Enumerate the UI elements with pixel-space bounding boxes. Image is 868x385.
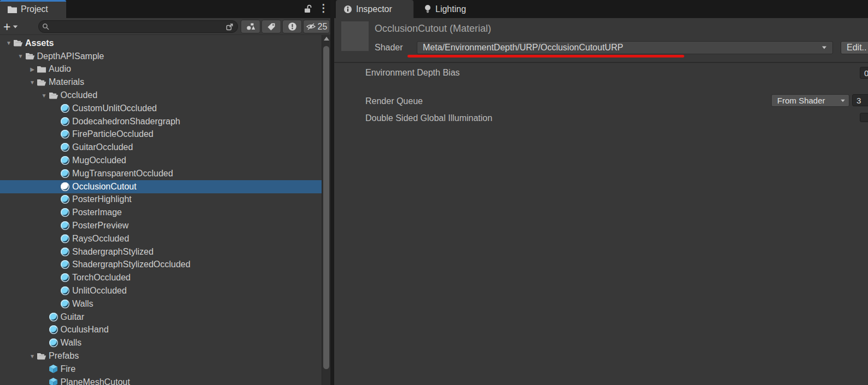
material-sphere-icon xyxy=(60,247,70,256)
material-sphere-icon xyxy=(60,208,70,217)
material-sphere-icon xyxy=(49,312,59,321)
panel-divider[interactable] xyxy=(330,0,334,385)
search-input[interactable] xyxy=(49,22,225,31)
material-preview-thumbnail[interactable] xyxy=(341,21,369,51)
vertical-scrollbar[interactable] xyxy=(322,35,330,385)
property-label-double-sided-gi: Double Sided Global Illumination xyxy=(365,113,492,123)
open-search-window-icon[interactable] xyxy=(225,22,234,31)
tree-item-label: CustomUnlitOccluded xyxy=(72,104,157,113)
tree-item-label: Occluded xyxy=(61,90,98,100)
tree-item-label: MugTransparentOccluded xyxy=(72,169,173,179)
prefab-cube-icon xyxy=(49,364,59,373)
folder-open-icon xyxy=(13,38,23,48)
tree-item-customunlitoccluded[interactable]: CustomUnlitOccluded xyxy=(0,102,322,115)
tree-item-fireparticleoccluded[interactable]: FireParticleOccluded xyxy=(0,128,322,141)
shader-dropdown[interactable]: Meta/EnvironmentDepth/URP/OcclusionCutou… xyxy=(417,41,833,54)
import-log-button[interactable] xyxy=(282,20,302,33)
hidden-items-toggle[interactable]: 25 xyxy=(303,20,330,33)
tree-item-occlusioncutout[interactable]: OcclusionCutout xyxy=(0,180,322,193)
tab-project[interactable]: Project xyxy=(0,0,66,18)
tree-item-dodecahedronshadergraph[interactable]: DodecahedronShadergraph xyxy=(0,115,322,128)
eye-slash-icon xyxy=(306,22,316,31)
disclosure-triangle-icon[interactable]: ▼ xyxy=(16,53,25,59)
tree-item-fire[interactable]: Fire xyxy=(0,363,322,376)
disclosure-triangle-icon[interactable]: ▼ xyxy=(4,40,13,46)
tree-item-label: UnlitOccluded xyxy=(72,286,127,296)
folder-open-icon xyxy=(37,78,46,87)
environment-depth-bias-field[interactable]: 0 xyxy=(860,67,868,79)
tree-item-label: Materials xyxy=(49,77,84,87)
tree-item-label: PosterHighlight xyxy=(72,194,132,204)
chevron-down-icon xyxy=(13,25,18,28)
bulb-icon xyxy=(424,4,432,14)
render-queue-field[interactable]: 3 xyxy=(852,94,868,106)
search-by-label-button[interactable] xyxy=(261,20,281,33)
scroll-up-icon[interactable] xyxy=(324,37,329,41)
tree-item-torchoccluded[interactable]: TorchOccluded xyxy=(0,271,322,284)
tree-item-mugoccluded[interactable]: MugOccluded xyxy=(0,154,322,167)
tree-item-label: Assets xyxy=(25,38,54,48)
tree-item-shadergraphstylizedoccluded[interactable]: ShadergraphStylizedOccluded xyxy=(0,258,322,272)
lock-icon[interactable] xyxy=(302,4,313,14)
tree-item-shadergraphstylized[interactable]: ShadergraphStylized xyxy=(0,245,322,258)
disclosure-triangle-icon[interactable]: ▼ xyxy=(28,79,37,85)
material-sphere-icon xyxy=(60,104,70,113)
tree-item-posterpreview[interactable]: PosterPreview xyxy=(0,219,322,232)
material-sphere-icon xyxy=(60,117,70,126)
tree-item-assets[interactable]: ▼Assets xyxy=(0,37,322,50)
tree-item-walls[interactable]: Walls xyxy=(0,336,322,349)
tree-item-label: DodecahedronShadergraph xyxy=(72,117,180,127)
material-sphere-icon xyxy=(60,169,70,178)
tab-lighting-label: Lighting xyxy=(435,4,466,14)
edit-shader-button[interactable]: Edit.. xyxy=(841,41,868,54)
search-by-type-button[interactable] xyxy=(241,20,260,33)
tree-item-label: Audio xyxy=(49,64,71,74)
tree-item-walls[interactable]: Walls xyxy=(0,297,322,311)
tree-item-label: PosterImage xyxy=(72,208,122,217)
material-sphere-icon xyxy=(60,156,70,165)
material-sphere-icon xyxy=(60,299,70,308)
material-sphere-icon xyxy=(60,221,70,231)
material-sphere-icon xyxy=(60,234,70,243)
project-toolbar: + xyxy=(0,18,330,35)
tree-item-raysoccluded[interactable]: RaysOccluded xyxy=(0,232,322,245)
exclamation-icon xyxy=(288,22,297,31)
tree-item-guitar[interactable]: Guitar xyxy=(0,311,322,324)
label-tag-icon xyxy=(267,22,276,31)
folder-tab-icon xyxy=(8,5,17,13)
search-icon xyxy=(42,23,49,30)
shader-dropdown-value: Meta/EnvironmentDepth/URP/OcclusionCutou… xyxy=(423,43,623,53)
tree-item-mugtransparentoccluded[interactable]: MugTransparentOccluded xyxy=(0,167,322,180)
tree-item-occluded[interactable]: ▼Occluded xyxy=(0,89,322,102)
tab-lighting[interactable]: Lighting xyxy=(416,0,474,18)
tree-item-prefabs[interactable]: ▼Prefabs xyxy=(0,349,322,363)
tree-item-planemeshcutout[interactable]: PlaneMeshCutout xyxy=(0,376,322,385)
tree-item-oculushand[interactable]: OculusHand xyxy=(0,324,322,337)
tree-item-label: OculusHand xyxy=(61,325,109,335)
tree-item-unlitoccluded[interactable]: UnlitOccluded xyxy=(0,284,322,297)
tree-item-posterhighlight[interactable]: PosterHighlight xyxy=(0,193,322,206)
tree-item-label: Fire xyxy=(61,364,76,374)
tree-item-posterimage[interactable]: PosterImage xyxy=(0,206,322,219)
tree-item-label: DepthAPISample xyxy=(37,51,104,61)
scrollbar-thumb[interactable] xyxy=(323,46,329,369)
material-sphere-icon xyxy=(60,286,70,296)
double-sided-gi-checkbox[interactable] xyxy=(860,113,868,122)
tree-item-audio[interactable]: ▶Audio xyxy=(0,63,322,76)
tree-item-depthapisample[interactable]: ▼DepthAPISample xyxy=(0,50,322,63)
material-sphere-icon xyxy=(60,130,70,139)
tree-item-guitaroccluded[interactable]: GuitarOccluded xyxy=(0,141,322,154)
hidden-count: 25 xyxy=(318,22,328,32)
kebab-menu-icon[interactable]: ⋮ xyxy=(318,2,329,14)
material-sphere-icon xyxy=(60,195,70,204)
tab-project-label: Project xyxy=(21,4,48,14)
tab-inspector[interactable]: Inspector xyxy=(336,0,413,18)
tree-item-materials[interactable]: ▼Materials xyxy=(0,76,322,89)
render-queue-dropdown[interactable]: From Shader xyxy=(771,94,849,107)
search-field[interactable] xyxy=(38,20,238,33)
disclosure-triangle-icon[interactable]: ▼ xyxy=(28,353,37,359)
disclosure-triangle-icon[interactable]: ▶ xyxy=(28,66,37,72)
disclosure-triangle-icon[interactable]: ▼ xyxy=(40,93,49,99)
create-asset-button[interactable]: + xyxy=(3,20,23,33)
material-sphere-icon xyxy=(60,273,70,283)
